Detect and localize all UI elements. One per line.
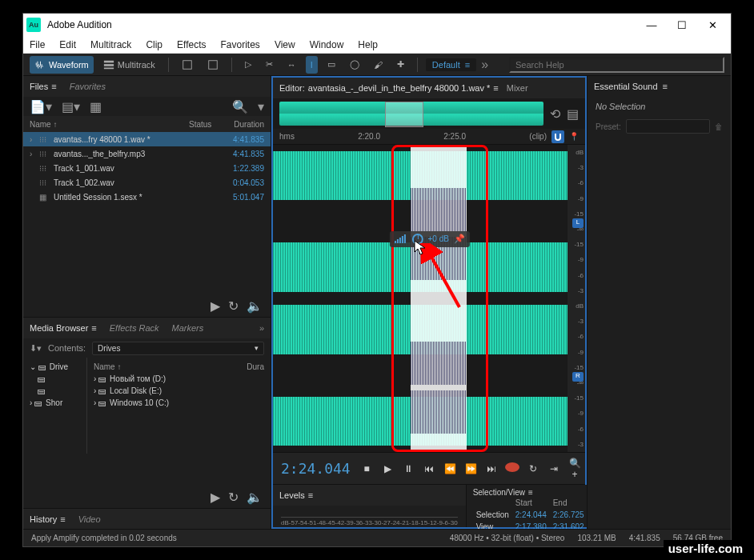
- menu-clip[interactable]: Clip: [142, 38, 166, 52]
- go-start-button[interactable]: ⏮: [422, 463, 436, 474]
- autoplay-button[interactable]: 🔈: [247, 490, 263, 505]
- close-button[interactable]: ✕: [697, 14, 728, 36]
- workspace-dropdown[interactable]: Default ≡: [426, 58, 476, 71]
- maximize-button[interactable]: ☐: [667, 14, 697, 36]
- go-end-button[interactable]: ⏭: [484, 463, 499, 474]
- menu-file[interactable]: File: [26, 38, 48, 52]
- col-duration[interactable]: Duration: [221, 120, 264, 129]
- forward-button[interactable]: ⏩: [463, 463, 478, 474]
- tab-media-browser[interactable]: Media Browser: [30, 323, 97, 333]
- lasso-tool-button[interactable]: ◯: [345, 56, 364, 74]
- pause-button[interactable]: ⏸: [401, 463, 415, 474]
- drive-item[interactable]: › 🖴 Shor: [26, 397, 83, 409]
- file-row[interactable]: ›⁝⁝⁝avantas..._the_belfry.mp34:41.835: [23, 146, 271, 161]
- spectral-pitch-button[interactable]: [203, 56, 223, 74]
- open-file-button[interactable]: 📄▾: [30, 99, 52, 114]
- overflow-button[interactable]: [259, 323, 264, 333]
- tab-editor[interactable]: Editor: avantasia_-_devil_in_the_belfry …: [279, 83, 499, 93]
- heal-tool-button[interactable]: ✚: [392, 56, 409, 74]
- move-tool-button[interactable]: ▷: [240, 56, 256, 74]
- preset-delete-icon[interactable]: 🗑: [715, 122, 723, 131]
- file-row[interactable]: ▦Untitled Session 1.sesx *5:01.047: [23, 190, 271, 204]
- files-panel-tabs: Files Favorites: [23, 76, 271, 97]
- timecode[interactable]: 2:24.044: [281, 460, 353, 477]
- col-name[interactable]: Name ↑: [30, 120, 189, 129]
- slip-tool-button[interactable]: ↔: [283, 56, 301, 74]
- timeline[interactable]: hms 2:20.0 2:25.0 (clip) 📍: [273, 129, 585, 145]
- file-row[interactable]: ⁝⁝⁝Track 1_001.wav1:22.389: [23, 161, 271, 175]
- menu-view[interactable]: View: [271, 38, 299, 52]
- record-button[interactable]: [505, 462, 519, 474]
- toolbar: Waveform Multitrack ▷ ✂ ↔ I ▭ ◯ 🖌 ✚ Defa…: [23, 54, 731, 76]
- pin-icon[interactable]: 📌: [454, 234, 465, 244]
- drive-item[interactable]: 🖴: [26, 385, 83, 397]
- timeline-mark: 2:20.0: [358, 132, 380, 141]
- razor-tool-button[interactable]: ✂: [261, 56, 278, 74]
- autoplay-button[interactable]: 🔈: [247, 298, 263, 314]
- menu-effects[interactable]: Effects: [174, 38, 209, 52]
- marquee-tool-button[interactable]: ▭: [323, 56, 340, 74]
- insert-button[interactable]: ▦: [90, 99, 102, 114]
- tab-favorites[interactable]: Favorites: [70, 82, 106, 91]
- status-format: 48000 Hz • 32-bit (float) • Stereo: [450, 534, 565, 542]
- marker-button[interactable]: 📍: [569, 132, 579, 141]
- col-status[interactable]: Status: [189, 120, 221, 129]
- menu-multitrack[interactable]: Multitrack: [87, 38, 134, 52]
- play-button[interactable]: ▶: [211, 490, 220, 505]
- loop-button[interactable]: ↻: [228, 298, 239, 314]
- tab-effects-rack[interactable]: Effects Rack: [110, 323, 159, 333]
- play-button[interactable]: ▶: [380, 463, 395, 474]
- waveform-editor[interactable]: +0 dB 📌 dB-3-6-9-15-∞-15-9-6-3 dB-3-6-9-…: [273, 145, 585, 452]
- gain-hud[interactable]: +0 dB 📌: [389, 231, 469, 247]
- loop-button[interactable]: ↻: [228, 490, 239, 505]
- search-files-button[interactable]: 🔍: [232, 99, 248, 114]
- new-file-button[interactable]: ▤▾: [62, 99, 80, 114]
- drive-item[interactable]: 🖴: [26, 373, 83, 385]
- search-help-input[interactable]: [509, 57, 724, 73]
- stop-button[interactable]: ■: [359, 463, 374, 474]
- gain-value: +0 dB: [427, 234, 448, 243]
- svg-rect-8: [401, 236, 403, 243]
- loop-button[interactable]: ↻: [526, 463, 540, 474]
- db-scale: dB-3-6-9-15-∞-15-9-6-3 dB-3-6-9-15-∞-15-…: [568, 145, 585, 452]
- menu-help[interactable]: Help: [355, 38, 381, 52]
- contents-dropdown[interactable]: Drives▾: [92, 342, 264, 355]
- time-select-tool-button[interactable]: I: [306, 56, 318, 74]
- menu-favorites[interactable]: Favorites: [218, 38, 263, 52]
- tab-files[interactable]: Files: [30, 82, 57, 91]
- zoom-button[interactable]: ⟲: [550, 106, 560, 122]
- spectral-freq-button[interactable]: [177, 56, 198, 74]
- preset-dropdown[interactable]: [626, 119, 710, 134]
- menu-edit[interactable]: Edit: [56, 38, 79, 52]
- menu-icon: [91, 323, 96, 333]
- tab-history[interactable]: History: [30, 514, 66, 524]
- play-button[interactable]: ▶: [211, 298, 220, 314]
- snap-button[interactable]: [551, 130, 564, 143]
- overview-waveform[interactable]: [279, 102, 543, 126]
- tab-markers[interactable]: Markers: [172, 323, 204, 333]
- skip-selection-button[interactable]: ⇥: [547, 463, 561, 474]
- file-row[interactable]: ⁝⁝⁝Track 1_002.wav0:04.053: [23, 175, 271, 190]
- brush-tool-button[interactable]: 🖌: [369, 56, 387, 74]
- view-options-button[interactable]: ▤: [567, 106, 579, 122]
- timeline-mark: 2:25.0: [443, 132, 466, 141]
- zoom-in-button[interactable]: 🔍+: [568, 458, 582, 480]
- minimize-button[interactable]: —: [636, 14, 667, 36]
- file-row[interactable]: ›⁝⁝⁝avantas...fry 48000 1.wav *4:41.835: [23, 132, 271, 146]
- selection-region[interactable]: [411, 145, 467, 452]
- multitrack-view-button[interactable]: Multitrack: [98, 56, 160, 74]
- folder-item[interactable]: › 🖴 Local Disk (E:): [90, 385, 267, 397]
- menu-window[interactable]: Window: [307, 38, 347, 52]
- tab-video[interactable]: Video: [78, 514, 101, 524]
- drive-item[interactable]: ⌄ 🖴 Drive: [26, 361, 83, 373]
- waveform-view-button[interactable]: Waveform: [30, 56, 94, 74]
- rewind-button[interactable]: ⏪: [443, 463, 457, 474]
- timeline-units: hms: [279, 132, 295, 141]
- folder-item[interactable]: › 🖴 Windows 10 (C:): [90, 397, 267, 409]
- folder-item[interactable]: › 🖴 Новый том (D:): [90, 373, 267, 385]
- tab-levels[interactable]: Levels: [279, 490, 313, 500]
- overflow-button[interactable]: [481, 58, 488, 72]
- filter-button[interactable]: ▾: [258, 99, 264, 114]
- download-icon[interactable]: ⬇▾: [30, 343, 42, 354]
- tab-mixer[interactable]: Mixer: [507, 83, 528, 93]
